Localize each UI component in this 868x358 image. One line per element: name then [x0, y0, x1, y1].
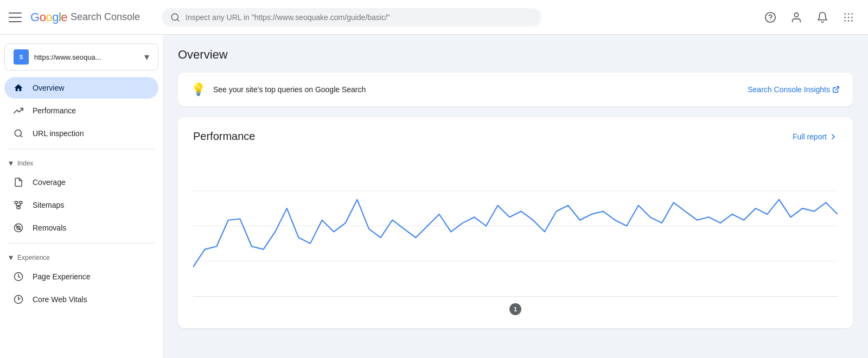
site-url-label: https://www.seoqua...	[34, 53, 139, 61]
main-layout: S https://www.seoqua... ▾ Overview Perfo…	[0, 35, 868, 358]
performance-card-title: Performance	[193, 130, 256, 143]
apps-icon	[843, 11, 854, 23]
google-apps-button[interactable]	[838, 7, 859, 28]
svg-line-1	[177, 19, 179, 21]
bell-icon	[816, 11, 828, 23]
page-experience-icon	[13, 271, 24, 282]
help-button[interactable]	[760, 7, 781, 28]
home-icon	[13, 82, 24, 93]
external-link-icon	[832, 86, 840, 93]
sidebar-item-url-inspection-label: URL inspection	[33, 129, 84, 138]
product-name: Search Console	[71, 11, 140, 23]
performance-chart-svg	[193, 156, 838, 296]
notifications-button[interactable]	[812, 7, 833, 28]
performance-chart	[193, 156, 838, 297]
core-web-vitals-icon	[13, 294, 24, 305]
experience-chevron-icon: ▾	[9, 252, 13, 263]
performance-card-header: Performance Full report	[193, 130, 838, 143]
sidebar-divider-2	[9, 243, 154, 244]
url-search-input[interactable]	[186, 13, 533, 22]
coverage-icon	[13, 177, 24, 188]
google-logo: Google	[30, 10, 67, 24]
chart-badge: 1	[509, 303, 521, 315]
sidebar-divider-1	[9, 149, 154, 149]
sidebar: S https://www.seoqua... ▾ Overview Perfo…	[0, 35, 163, 358]
sidebar-item-core-web-vitals-label: Core Web Vitals	[33, 295, 87, 304]
svg-point-8	[844, 16, 846, 18]
svg-point-13	[851, 20, 853, 22]
svg-point-11	[844, 20, 846, 22]
svg-point-12	[848, 20, 850, 22]
sidebar-section-experience[interactable]: ▾ Experience	[0, 248, 163, 265]
site-selector[interactable]: S https://www.seoqua... ▾	[4, 43, 158, 71]
sidebar-item-sitemaps-label: Sitemaps	[33, 201, 64, 209]
svg-point-9	[848, 16, 850, 18]
main-content: Overview 💡 See your site's top queries o…	[163, 35, 868, 358]
performance-card: Performance Full report 1	[178, 117, 853, 328]
sidebar-item-core-web-vitals[interactable]: Core Web Vitals	[4, 289, 158, 310]
account-icon	[790, 11, 802, 23]
svg-point-5	[844, 13, 846, 15]
topbar-icons	[760, 7, 859, 28]
sitemaps-icon	[13, 200, 24, 210]
url-search-bar[interactable]	[162, 8, 541, 27]
bulb-icon: 💡	[191, 82, 206, 97]
sidebar-item-removals-label: Removals	[33, 223, 66, 232]
site-favicon: S	[14, 49, 29, 65]
svg-point-10	[851, 16, 853, 18]
site-dropdown-icon: ▾	[144, 51, 149, 63]
page-title: Overview	[178, 48, 853, 62]
search-console-insights-link[interactable]: Search Console Insights	[748, 85, 840, 94]
search-icon	[170, 12, 180, 22]
logo-area: Google Search Console	[30, 10, 140, 24]
topbar: Google Search Console	[0, 0, 868, 35]
svg-line-29	[835, 87, 839, 90]
chart-bottom: 1	[193, 303, 838, 315]
sidebar-item-page-experience[interactable]: Page Experience	[4, 266, 158, 287]
sidebar-item-sitemaps[interactable]: Sitemaps	[4, 194, 158, 216]
sidebar-item-performance[interactable]: Performance	[4, 100, 158, 122]
full-report-link[interactable]: Full report	[793, 132, 838, 141]
sidebar-item-removals[interactable]: Removals	[4, 217, 158, 239]
svg-point-6	[848, 13, 850, 15]
url-search-icon	[13, 128, 24, 139]
sidebar-item-overview-label: Overview	[33, 84, 64, 92]
info-banner: 💡 See your site's top queries on Google …	[178, 73, 853, 106]
sidebar-item-page-experience-label: Page Experience	[33, 272, 91, 281]
sidebar-item-coverage[interactable]: Coverage	[4, 171, 158, 193]
svg-line-15	[20, 135, 22, 137]
removals-icon	[13, 222, 24, 233]
index-chevron-icon: ▾	[9, 158, 13, 168]
sidebar-item-overview[interactable]: Overview	[4, 77, 158, 99]
svg-point-4	[794, 12, 798, 16]
sidebar-section-index-label: Index	[17, 159, 33, 167]
sidebar-section-index[interactable]: ▾ Index	[0, 154, 163, 170]
hamburger-menu-button[interactable]	[9, 11, 22, 24]
sidebar-item-performance-label: Performance	[33, 106, 76, 115]
sidebar-section-experience-label: Experience	[17, 254, 50, 261]
sidebar-item-coverage-label: Coverage	[33, 178, 66, 187]
chevron-right-icon	[829, 132, 838, 141]
trending-up-icon	[13, 105, 24, 116]
sidebar-item-url-inspection[interactable]: URL inspection	[4, 123, 158, 144]
info-banner-text: See your site's top queries on Google Se…	[213, 85, 366, 94]
insights-link-label: Search Console Insights	[748, 85, 830, 94]
full-report-label: Full report	[793, 132, 827, 141]
help-icon	[764, 11, 776, 23]
account-button[interactable]	[786, 7, 807, 28]
svg-point-7	[851, 13, 853, 15]
info-banner-left: 💡 See your site's top queries on Google …	[191, 82, 366, 97]
